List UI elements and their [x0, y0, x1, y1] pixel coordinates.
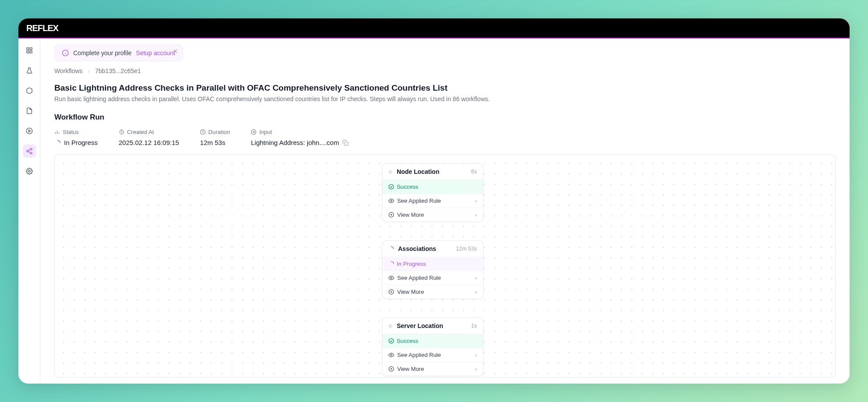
banner-text: Complete your profile: [73, 49, 132, 56]
app-body: Complete your profile Setup account ✕ Wo…: [18, 39, 850, 384]
node-status: Success: [382, 180, 483, 194]
sidebar-item-docs[interactable]: [23, 104, 36, 117]
see-rule-label: See Applied Rule: [397, 197, 441, 204]
spinner-icon: [54, 140, 60, 146]
logo: REFLEX: [26, 23, 58, 33]
meta-input: Input Lightning Address: john....com: [251, 129, 349, 146]
header-bar: REFLEX: [18, 18, 850, 39]
svg-rect-3: [27, 51, 29, 53]
plus-circle-icon: [388, 289, 394, 295]
svg-point-7: [27, 150, 28, 152]
sidebar-item-workflows[interactable]: [23, 145, 36, 158]
node-dot-icon: [388, 324, 392, 328]
sidebar: [18, 39, 40, 384]
sidebar-item-runs[interactable]: [23, 124, 36, 138]
view-more-row[interactable]: View More ›: [382, 362, 483, 376]
info-icon: [62, 49, 69, 56]
node-card[interactable]: Server Location 1s Success See Applied R…: [382, 317, 484, 376]
chevron-right-icon: ›: [475, 275, 477, 281]
sidebar-item-packages[interactable]: [23, 84, 36, 97]
duration-value: 12m 53s: [200, 139, 225, 146]
node-status-text: In Progress: [397, 261, 426, 267]
play-circle-icon: [26, 127, 33, 134]
node-head: Associations 12m 53s: [382, 241, 483, 257]
chevron-right-icon: ›: [475, 212, 477, 218]
created-value: 2025.02.12 16:09:15: [119, 139, 179, 146]
see-rule-label: See Applied Rule: [397, 275, 441, 281]
svg-rect-1: [30, 48, 32, 50]
page-title: Basic Lightning Address Checks in Parall…: [54, 83, 836, 93]
spinner-icon: [388, 261, 394, 267]
view-more-row[interactable]: View More ›: [382, 208, 483, 222]
sidebar-item-experiments[interactable]: [23, 64, 36, 77]
eye-icon: [388, 275, 394, 281]
svg-point-8: [30, 152, 32, 154]
section-title: Workflow Run: [54, 113, 836, 122]
plus-circle-icon: [388, 212, 394, 218]
see-applied-rule-row[interactable]: See Applied Rule ›: [382, 348, 483, 362]
file-icon: [26, 107, 33, 114]
view-more-label: View More: [397, 212, 424, 218]
breadcrumb-root[interactable]: Workflows: [54, 67, 82, 74]
check-circle-icon: [388, 338, 394, 344]
spinner-icon: [388, 246, 394, 251]
node-status-text: Success: [397, 183, 418, 190]
svg-line-9: [28, 152, 30, 153]
node-title: Server Location: [397, 322, 443, 329]
node-dot-icon: [388, 170, 392, 174]
main-content: Complete your profile Setup account ✕ Wo…: [40, 39, 850, 384]
copy-icon[interactable]: [342, 140, 349, 146]
node-title: Node Location: [397, 168, 439, 175]
node-head: Server Location 1s: [382, 318, 483, 334]
node-card[interactable]: Node Location 6s Success See Applied Rul…: [382, 163, 484, 222]
node-card[interactable]: Associations 12m 53s In Progress See App…: [382, 240, 484, 299]
svg-point-24: [391, 200, 392, 201]
node-head: Node Location 6s: [382, 164, 483, 180]
view-more-label: View More: [397, 366, 424, 372]
view-more-label: View More: [397, 289, 424, 295]
workflow-canvas[interactable]: Node Location 6s Success See Applied Rul…: [54, 154, 836, 377]
meta-row: Status In Progress Created At: [54, 129, 836, 146]
see-applied-rule-row[interactable]: See Applied Rule ›: [382, 271, 483, 285]
node-status: Success: [382, 334, 483, 348]
duration-label: Duration: [208, 129, 230, 135]
node-time: 12m 53s: [456, 246, 477, 252]
svg-point-4: [26, 128, 32, 134]
eye-icon: [388, 198, 394, 204]
see-applied-rule-row[interactable]: See Applied Rule ›: [382, 194, 483, 208]
svg-rect-0: [27, 48, 29, 50]
breadcrumb: Workflows › 7bb135...2c65e1: [54, 67, 836, 74]
sidebar-item-settings[interactable]: [23, 165, 36, 178]
see-rule-label: See Applied Rule: [397, 352, 441, 358]
close-icon[interactable]: ✕: [173, 48, 178, 55]
svg-point-11: [28, 170, 30, 172]
created-label: Created At: [127, 129, 154, 135]
chevron-right-icon: ›: [475, 366, 477, 372]
check-circle-icon: [388, 184, 394, 190]
status-value: In Progress: [64, 139, 98, 146]
node-status: In Progress: [382, 257, 483, 271]
node-title: Associations: [398, 245, 436, 252]
plus-circle-icon: [388, 366, 394, 372]
breadcrumb-id: 7bb135...2c65e1: [95, 67, 141, 74]
bars-icon: [54, 129, 60, 135]
gear-icon: [26, 168, 33, 175]
view-more-row[interactable]: View More ›: [382, 285, 483, 299]
svg-rect-22: [345, 142, 349, 145]
setup-account-link[interactable]: Setup account: [136, 49, 175, 56]
chevron-right-icon: ›: [475, 289, 477, 295]
svg-point-6: [30, 148, 32, 150]
box-icon: [26, 87, 33, 94]
node-time: 6s: [471, 169, 477, 175]
svg-point-28: [391, 277, 392, 279]
chevron-right-icon: ›: [88, 67, 90, 74]
svg-marker-5: [28, 130, 30, 132]
input-label: Input: [259, 129, 272, 135]
node-time: 1s: [471, 323, 477, 329]
meta-status: Status In Progress: [54, 129, 98, 146]
sidebar-item-dashboard[interactable]: [23, 44, 36, 57]
input-value: Lightning Address: john....com: [251, 139, 339, 146]
meta-created: Created At 2025.02.12 16:09:15: [119, 129, 179, 146]
status-label: Status: [63, 129, 79, 135]
flask-icon: [26, 67, 33, 74]
